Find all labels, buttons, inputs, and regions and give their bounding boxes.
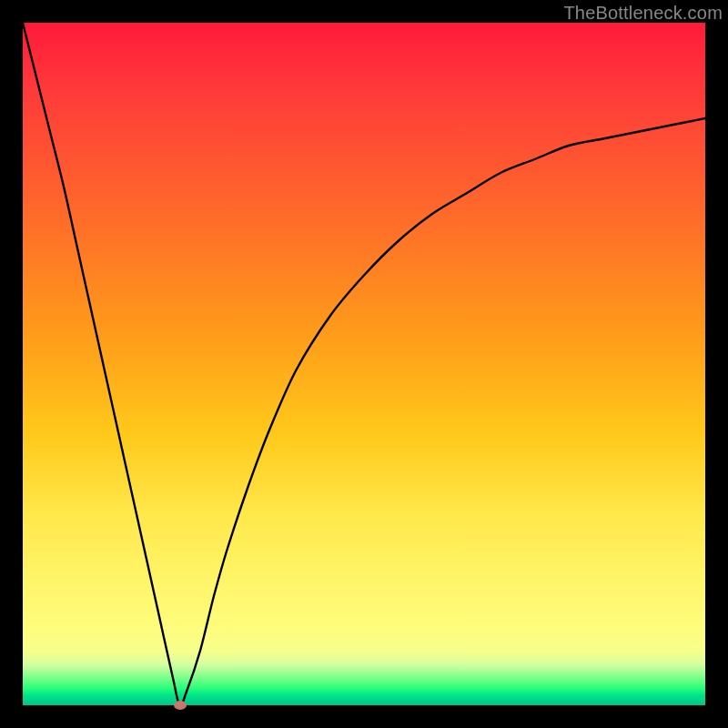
chart-frame: TheBottleneck.com [0, 0, 728, 728]
minimum-marker [174, 701, 187, 710]
plot-area [23, 23, 705, 705]
watermark-text: TheBottleneck.com [563, 3, 723, 24]
bottleneck-curve [23, 23, 705, 705]
